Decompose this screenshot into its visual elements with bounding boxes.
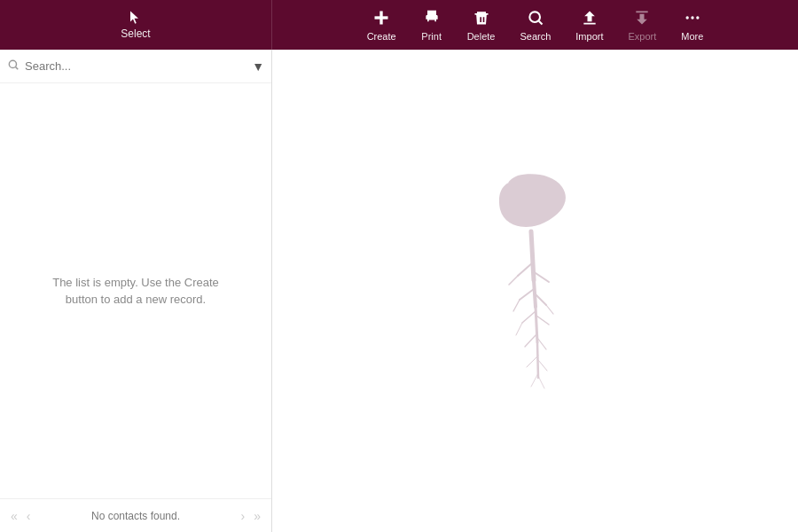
svg-line-28 [538,376,544,388]
empty-message-line2: button to add a new record. [52,291,219,309]
import-label: Import [575,31,603,42]
toolbar-actions: Create Print Delete Search [272,0,798,50]
import-button[interactable]: Import [565,4,614,47]
first-page-button[interactable]: « [7,507,21,525]
search-left-icon [7,59,20,74]
more-button[interactable]: More [670,4,714,47]
export-button[interactable]: Export [618,4,668,47]
svg-line-14 [509,276,518,285]
search-label: Search [520,31,551,42]
svg-line-22 [536,316,549,325]
svg-line-3 [539,20,543,24]
more-label: More [681,31,703,42]
svg-point-7 [9,60,16,67]
svg-point-2 [529,12,540,22]
pagination-prev-controls: « ‹ [7,507,34,525]
create-icon [372,9,390,29]
select-label: Select [121,27,150,40]
svg-line-24 [537,338,546,349]
watermark-logo [482,165,589,417]
search-bar: ▼ [0,50,271,83]
svg-rect-1 [375,16,388,19]
svg-line-23 [525,333,537,347]
svg-line-13 [518,262,533,276]
empty-message-line1: The list is empty. Use the Create [52,274,219,292]
svg-point-4 [685,16,688,19]
svg-line-19 [546,305,553,314]
toolbar: Select Create Print Delete [0,0,798,50]
svg-point-5 [691,16,693,19]
svg-line-16 [520,289,534,300]
dropdown-arrow-icon[interactable]: ▼ [252,59,264,74]
empty-message: The list is empty. Use the Create button… [52,274,219,309]
svg-line-27 [531,373,538,387]
create-button[interactable]: Create [356,4,407,47]
svg-line-11 [536,307,537,342]
prev-page-button[interactable]: ‹ [23,507,35,525]
left-panel: ▼ The list is empty. Use the Create butt… [0,50,272,532]
delete-icon [473,9,490,29]
search-icon [527,9,544,29]
select-button[interactable]: Select [121,10,150,40]
list-area: The list is empty. Use the Create button… [0,83,271,498]
print-button[interactable]: Print [411,4,453,47]
svg-point-6 [696,16,699,19]
search-button[interactable]: Search [509,4,561,47]
pagination-next-controls: › » [238,507,264,525]
print-label: Print [421,31,442,42]
main-content: ▼ The list is empty. Use the Create butt… [0,50,798,532]
export-label: Export [629,31,657,42]
svg-line-21 [516,323,522,335]
toolbar-left: Select [0,0,272,50]
pagination-status: No contacts found. [34,510,237,522]
pagination: « ‹ No contacts found. › » [0,498,271,532]
delete-button[interactable]: Delete [457,4,506,47]
svg-line-9 [531,231,534,280]
print-icon [423,9,441,29]
cursor-icon [128,10,144,26]
svg-line-8 [16,67,19,70]
svg-line-17 [513,300,520,311]
search-input[interactable] [25,59,246,73]
more-icon [684,9,701,29]
right-panel [272,50,798,532]
import-icon [581,9,598,29]
export-icon [633,9,651,29]
last-page-button[interactable]: » [250,507,264,525]
next-page-button[interactable]: › [238,507,249,525]
svg-line-25 [527,356,538,367]
create-label: Create [367,31,396,42]
svg-line-20 [522,311,536,323]
delete-label: Delete [467,31,496,42]
search-wrapper [7,59,246,74]
svg-line-26 [538,360,547,371]
